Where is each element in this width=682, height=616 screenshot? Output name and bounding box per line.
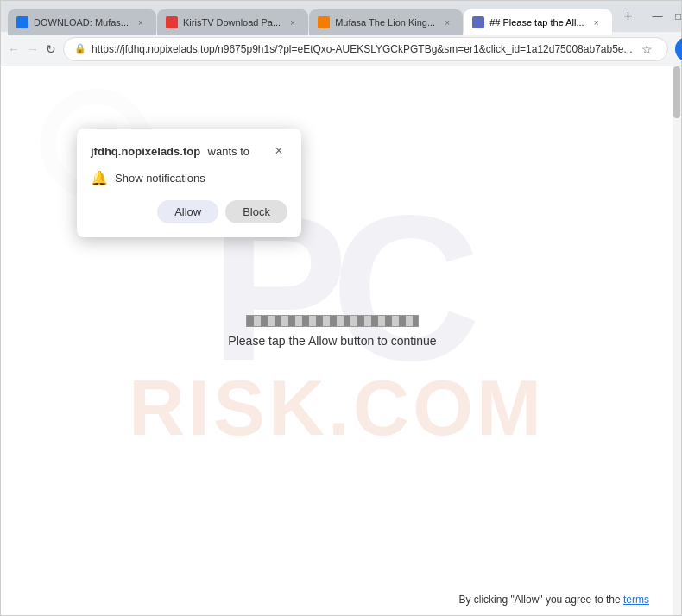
content-area: PC RISK.COM Please tap the Allow button …: [1, 66, 681, 615]
tab-close-kiris[interactable]: ×: [286, 16, 300, 29]
url-actions: ☆: [638, 40, 657, 59]
profile-button[interactable]: 👤: [675, 37, 682, 61]
tab-close-active[interactable]: ×: [590, 16, 603, 29]
scrollbar-thumb[interactable]: [673, 66, 680, 118]
terms-link[interactable]: terms: [623, 594, 649, 606]
scrollbar[interactable]: [673, 66, 681, 615]
tap-allow-text: Please tap the Allow button to continue: [228, 334, 436, 348]
title-bar: DOWNLOAD: Mufas... × KirisTV Download Pa…: [1, 1, 681, 32]
popup-close-button[interactable]: ×: [270, 142, 287, 160]
risk-watermark: RISK.COM: [129, 364, 545, 453]
bell-icon: 🔔: [91, 170, 108, 186]
bookmark-button[interactable]: ☆: [638, 40, 657, 59]
tab-favicon-mufasa: [318, 16, 330, 28]
tab-favicon-kiris: [166, 16, 178, 28]
popup-site-name: jfdhq.nopixelads.top: [91, 145, 200, 158]
tab-title-mufasa: Mufasa The Lion King...: [335, 17, 435, 28]
notification-popup: jfdhq.nopixelads.top wants to × 🔔 Show n…: [77, 129, 301, 237]
allow-button[interactable]: Allow: [157, 200, 218, 223]
url-text: https://jfdhq.nopixelads.top/n9675p9h1s/…: [92, 43, 633, 55]
forward-button[interactable]: →: [27, 37, 39, 61]
browser-window: DOWNLOAD: Mufas... × KirisTV Download Pa…: [0, 0, 682, 616]
tab-close-mufasa[interactable]: ×: [440, 16, 454, 29]
progress-bar: [246, 315, 419, 327]
popup-permission: 🔔 Show notifications: [91, 170, 287, 186]
browser-actions: 👤: [675, 37, 682, 61]
tab-favicon-active: [472, 16, 484, 28]
tab-download[interactable]: DOWNLOAD: Mufas... ×: [8, 9, 156, 35]
popup-permission-label: Show notifications: [115, 172, 205, 185]
minimize-button[interactable]: —: [651, 9, 665, 23]
tab-title-active: ## Please tap the All...: [489, 17, 584, 28]
tab-active[interactable]: ## Please tap the All... ×: [464, 9, 611, 35]
tab-title-download: DOWNLOAD: Mufas...: [34, 17, 129, 28]
popup-header: jfdhq.nopixelads.top wants to ×: [91, 142, 287, 160]
address-bar: ← → ↻ 🔒 https://jfdhq.nopixelads.top/n96…: [1, 32, 681, 66]
lock-icon: 🔒: [74, 43, 86, 54]
tab-bar: DOWNLOAD: Mufas... × KirisTV Download Pa…: [8, 1, 641, 32]
tab-favicon-download: [16, 16, 28, 28]
tab-title-kiris: KirisTV Download Pa...: [183, 17, 281, 28]
new-tab-button[interactable]: +: [616, 4, 641, 28]
maximize-button[interactable]: □: [672, 9, 682, 23]
popup-header-text: jfdhq.nopixelads.top wants to: [91, 143, 249, 159]
block-button[interactable]: Block: [225, 200, 287, 223]
popup-buttons: Allow Block: [91, 200, 287, 223]
bottom-bar-text: By clicking "Allow" you agree to the: [458, 594, 620, 606]
tab-close-download[interactable]: ×: [134, 16, 148, 29]
tab-kiris[interactable]: KirisTV Download Pa... ×: [157, 9, 308, 35]
window-controls: — □ ✕: [651, 9, 682, 23]
reload-button[interactable]: ↻: [46, 37, 56, 61]
bottom-bar: By clicking "Allow" you agree to the ter…: [1, 584, 660, 615]
tab-mufasa[interactable]: Mufasa The Lion King... ×: [309, 9, 463, 35]
popup-wants-text: wants to: [208, 145, 249, 158]
url-bar[interactable]: 🔒 https://jfdhq.nopixelads.top/n9675p9h1…: [63, 37, 668, 61]
back-button[interactable]: ←: [8, 37, 20, 61]
page-main-content: Please tap the Allow button to continue: [1, 315, 664, 348]
